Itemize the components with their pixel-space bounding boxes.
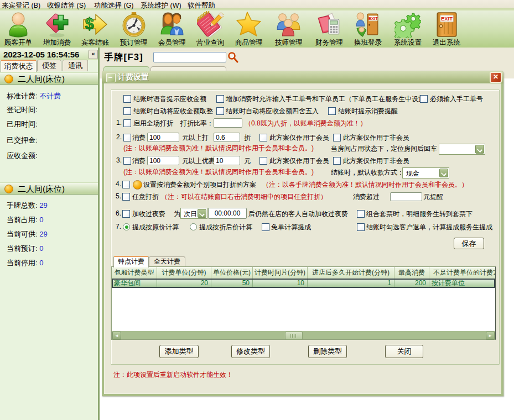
- svg-text:$: $: [85, 15, 94, 33]
- svg-text:EXIT: EXIT: [368, 16, 378, 21]
- svg-text:EXIT: EXIT: [441, 15, 453, 22]
